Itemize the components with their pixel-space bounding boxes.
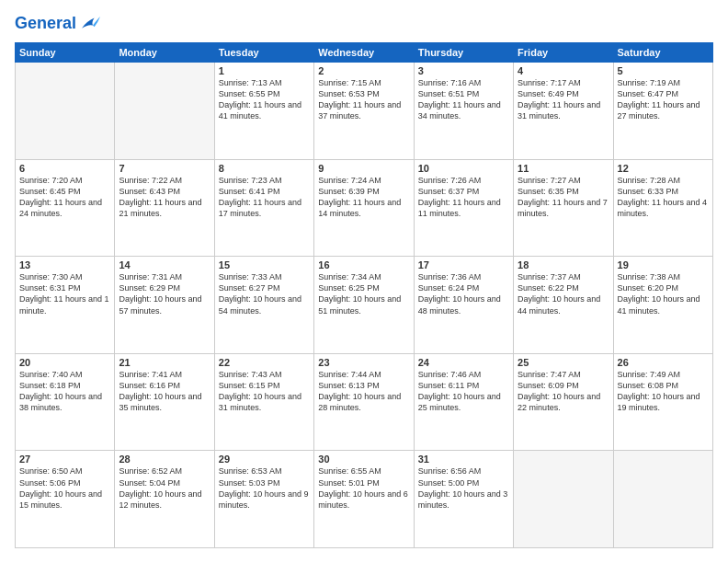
day-number: 24 <box>418 357 509 368</box>
calendar-cell: 5Sunrise: 7:19 AM Sunset: 6:47 PM Daylig… <box>613 63 712 160</box>
weekday-header-thursday: Thursday <box>414 43 513 63</box>
calendar-cell: 11Sunrise: 7:27 AM Sunset: 6:35 PM Dayli… <box>514 159 613 257</box>
day-info: Sunrise: 7:20 AM Sunset: 6:45 PM Dayligh… <box>19 175 110 220</box>
calendar-cell: 16Sunrise: 7:34 AM Sunset: 6:25 PM Dayli… <box>314 257 414 354</box>
weekday-header-friday: Friday <box>514 43 613 63</box>
day-info: Sunrise: 7:26 AM Sunset: 6:37 PM Dayligh… <box>418 175 509 220</box>
day-info: Sunrise: 7:31 AM Sunset: 6:29 PM Dayligh… <box>119 271 210 316</box>
day-number: 7 <box>119 163 210 174</box>
calendar-cell <box>514 451 613 548</box>
calendar-cell: 8Sunrise: 7:23 AM Sunset: 6:41 PM Daylig… <box>214 159 313 257</box>
page: General SundayMondayTuesdayWednesdayThur… <box>0 0 728 563</box>
logo-bird-icon <box>78 15 100 33</box>
day-number: 29 <box>219 454 310 465</box>
calendar-table: SundayMondayTuesdayWednesdayThursdayFrid… <box>15 42 713 548</box>
day-number: 27 <box>19 454 110 465</box>
calendar-cell: 12Sunrise: 7:28 AM Sunset: 6:33 PM Dayli… <box>613 159 712 257</box>
day-number: 6 <box>19 163 110 174</box>
calendar-cell: 4Sunrise: 7:17 AM Sunset: 6:49 PM Daylig… <box>514 63 613 160</box>
day-number: 21 <box>119 357 210 368</box>
day-info: Sunrise: 7:16 AM Sunset: 6:51 PM Dayligh… <box>418 77 509 122</box>
calendar-cell: 26Sunrise: 7:49 AM Sunset: 6:08 PM Dayli… <box>613 353 712 451</box>
week-row-5: 27Sunrise: 6:50 AM Sunset: 5:06 PM Dayli… <box>16 451 713 548</box>
day-info: Sunrise: 7:46 AM Sunset: 6:11 PM Dayligh… <box>418 369 509 414</box>
calendar-cell: 14Sunrise: 7:31 AM Sunset: 6:29 PM Dayli… <box>115 257 214 354</box>
day-info: Sunrise: 7:41 AM Sunset: 6:16 PM Dayligh… <box>119 369 210 414</box>
calendar-cell: 3Sunrise: 7:16 AM Sunset: 6:51 PM Daylig… <box>414 63 513 160</box>
day-info: Sunrise: 7:28 AM Sunset: 6:33 PM Dayligh… <box>618 175 709 220</box>
week-row-2: 6Sunrise: 7:20 AM Sunset: 6:45 PM Daylig… <box>16 159 713 257</box>
day-info: Sunrise: 6:52 AM Sunset: 5:04 PM Dayligh… <box>119 465 210 511</box>
day-number: 4 <box>518 65 609 76</box>
calendar-cell: 19Sunrise: 7:38 AM Sunset: 6:20 PM Dayli… <box>613 257 712 354</box>
day-info: Sunrise: 7:34 AM Sunset: 6:25 PM Dayligh… <box>318 271 409 316</box>
calendar-cell: 13Sunrise: 7:30 AM Sunset: 6:31 PM Dayli… <box>16 257 115 354</box>
calendar-cell: 1Sunrise: 7:13 AM Sunset: 6:55 PM Daylig… <box>214 63 313 160</box>
calendar-cell: 17Sunrise: 7:36 AM Sunset: 6:24 PM Dayli… <box>414 257 513 354</box>
day-info: Sunrise: 7:17 AM Sunset: 6:49 PM Dayligh… <box>518 77 609 122</box>
day-info: Sunrise: 7:27 AM Sunset: 6:35 PM Dayligh… <box>518 175 609 220</box>
calendar-cell: 25Sunrise: 7:47 AM Sunset: 6:09 PM Dayli… <box>514 353 613 451</box>
day-number: 1 <box>219 65 310 76</box>
day-number: 13 <box>19 259 110 270</box>
day-number: 30 <box>318 454 409 465</box>
calendar-cell: 23Sunrise: 7:44 AM Sunset: 6:13 PM Dayli… <box>314 353 414 451</box>
day-info: Sunrise: 7:49 AM Sunset: 6:08 PM Dayligh… <box>618 369 709 414</box>
calendar-cell: 18Sunrise: 7:37 AM Sunset: 6:22 PM Dayli… <box>514 257 613 354</box>
day-info: Sunrise: 7:22 AM Sunset: 6:43 PM Dayligh… <box>119 175 210 220</box>
day-number: 26 <box>618 357 709 368</box>
day-info: Sunrise: 7:44 AM Sunset: 6:13 PM Dayligh… <box>318 369 409 414</box>
calendar-cell: 30Sunrise: 6:55 AM Sunset: 5:01 PM Dayli… <box>314 451 414 548</box>
day-info: Sunrise: 7:19 AM Sunset: 6:47 PM Dayligh… <box>618 77 709 122</box>
day-info: Sunrise: 7:36 AM Sunset: 6:24 PM Dayligh… <box>418 271 509 316</box>
day-info: Sunrise: 6:53 AM Sunset: 5:03 PM Dayligh… <box>219 465 310 511</box>
day-number: 5 <box>618 65 709 76</box>
weekday-header-sunday: Sunday <box>16 43 115 63</box>
weekday-header-tuesday: Tuesday <box>214 43 313 63</box>
day-info: Sunrise: 7:40 AM Sunset: 6:18 PM Dayligh… <box>19 369 110 414</box>
calendar-cell: 10Sunrise: 7:26 AM Sunset: 6:37 PM Dayli… <box>414 159 513 257</box>
day-number: 20 <box>19 357 110 368</box>
week-row-1: 1Sunrise: 7:13 AM Sunset: 6:55 PM Daylig… <box>16 63 713 160</box>
day-info: Sunrise: 7:43 AM Sunset: 6:15 PM Dayligh… <box>219 369 310 414</box>
day-number: 28 <box>119 454 210 465</box>
day-number: 12 <box>618 163 709 174</box>
day-info: Sunrise: 7:23 AM Sunset: 6:41 PM Dayligh… <box>219 175 310 220</box>
day-number: 18 <box>518 259 609 270</box>
week-row-3: 13Sunrise: 7:30 AM Sunset: 6:31 PM Dayli… <box>16 257 713 354</box>
logo: General <box>15 15 100 33</box>
day-info: Sunrise: 7:15 AM Sunset: 6:53 PM Dayligh… <box>318 77 409 122</box>
day-info: Sunrise: 6:50 AM Sunset: 5:06 PM Dayligh… <box>19 465 110 511</box>
weekday-header-saturday: Saturday <box>613 43 712 63</box>
weekday-header-monday: Monday <box>115 43 214 63</box>
calendar-cell: 7Sunrise: 7:22 AM Sunset: 6:43 PM Daylig… <box>115 159 214 257</box>
day-info: Sunrise: 6:55 AM Sunset: 5:01 PM Dayligh… <box>318 465 409 511</box>
day-number: 2 <box>318 65 409 76</box>
day-info: Sunrise: 7:37 AM Sunset: 6:22 PM Dayligh… <box>518 271 609 316</box>
day-info: Sunrise: 7:47 AM Sunset: 6:09 PM Dayligh… <box>518 369 609 414</box>
weekday-header-row: SundayMondayTuesdayWednesdayThursdayFrid… <box>16 43 713 63</box>
header: General <box>15 15 713 33</box>
calendar-cell: 22Sunrise: 7:43 AM Sunset: 6:15 PM Dayli… <box>214 353 313 451</box>
calendar-cell: 6Sunrise: 7:20 AM Sunset: 6:45 PM Daylig… <box>16 159 115 257</box>
week-row-4: 20Sunrise: 7:40 AM Sunset: 6:18 PM Dayli… <box>16 353 713 451</box>
day-info: Sunrise: 7:33 AM Sunset: 6:27 PM Dayligh… <box>219 271 310 316</box>
day-number: 8 <box>219 163 310 174</box>
calendar-cell: 31Sunrise: 6:56 AM Sunset: 5:00 PM Dayli… <box>414 451 513 548</box>
day-number: 23 <box>318 357 409 368</box>
calendar-cell <box>115 63 214 160</box>
calendar-cell: 27Sunrise: 6:50 AM Sunset: 5:06 PM Dayli… <box>16 451 115 548</box>
calendar-cell: 20Sunrise: 7:40 AM Sunset: 6:18 PM Dayli… <box>16 353 115 451</box>
day-info: Sunrise: 7:24 AM Sunset: 6:39 PM Dayligh… <box>318 175 409 220</box>
calendar-cell <box>16 63 115 160</box>
day-info: Sunrise: 7:38 AM Sunset: 6:20 PM Dayligh… <box>618 271 709 316</box>
calendar-cell: 24Sunrise: 7:46 AM Sunset: 6:11 PM Dayli… <box>414 353 513 451</box>
day-number: 16 <box>318 259 409 270</box>
calendar-cell: 9Sunrise: 7:24 AM Sunset: 6:39 PM Daylig… <box>314 159 414 257</box>
day-number: 25 <box>518 357 609 368</box>
day-number: 19 <box>618 259 709 270</box>
calendar-cell: 2Sunrise: 7:15 AM Sunset: 6:53 PM Daylig… <box>314 63 414 160</box>
day-info: Sunrise: 6:56 AM Sunset: 5:00 PM Dayligh… <box>418 465 509 511</box>
day-number: 31 <box>418 454 509 465</box>
day-number: 14 <box>119 259 210 270</box>
